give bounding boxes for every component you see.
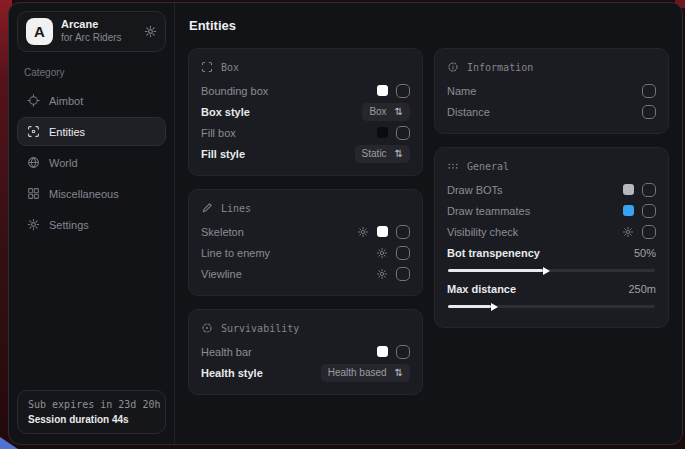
row-label: Draw BOTs — [447, 184, 503, 196]
brand-text: Arcane for Arc Riders — [61, 18, 122, 44]
visibility-config-gear-icon[interactable] — [622, 226, 634, 238]
row-distance: Distance — [447, 101, 656, 122]
dropdown-value: Box — [369, 106, 386, 117]
distance-checkbox[interactable] — [642, 105, 656, 119]
left-column: Box Bounding box Box style Box — [188, 48, 423, 395]
row-label: Health style — [201, 367, 263, 379]
max-distance-slider[interactable] — [448, 305, 655, 308]
row-bounding-box: Bounding box — [201, 80, 410, 101]
row-label: Name — [447, 85, 476, 97]
main-content: Entities Box Bounding box — [175, 3, 682, 444]
sidebar-item-label: Entities — [49, 126, 85, 138]
sidebar-item-entities[interactable]: Entities — [17, 117, 166, 146]
row-box-style: Box style Box ⇅ — [201, 101, 410, 122]
row-name: Name — [447, 80, 656, 101]
row-skeleton: Skeleton — [201, 221, 410, 242]
visibility-check-checkbox[interactable] — [642, 225, 656, 239]
viewline-config-gear-icon[interactable] — [376, 268, 388, 280]
scan-icon — [27, 125, 40, 138]
slider-value: 50% — [634, 247, 656, 259]
page-title: Entities — [189, 18, 669, 33]
panel-box-header: Box — [201, 61, 410, 73]
panel-title: General — [467, 161, 509, 172]
color-swatch[interactable] — [377, 85, 388, 96]
box-style-dropdown[interactable]: Box ⇅ — [362, 103, 410, 121]
settings-gear-icon[interactable] — [144, 25, 157, 38]
sidebar-item-settings[interactable]: Settings — [17, 210, 166, 239]
name-checkbox[interactable] — [642, 84, 656, 98]
color-swatch[interactable] — [377, 346, 388, 357]
row-health-style: Health style Health based ⇅ — [201, 362, 410, 383]
skeleton-config-gear-icon[interactable] — [357, 226, 369, 238]
right-column: Information Name Distance — [434, 48, 669, 328]
sidebar-item-miscellaneous[interactable]: Miscellaneous — [17, 179, 166, 208]
arcane-overlay-window: A Arcane for Arc Riders Category Aimbot — [8, 2, 683, 445]
color-swatch[interactable] — [623, 205, 634, 216]
app-logo: A — [26, 18, 53, 45]
row-draw-bots: Draw BOTs — [447, 179, 656, 200]
sidebar-item-aimbot[interactable]: Aimbot — [17, 86, 166, 115]
app-subtitle: for Arc Riders — [61, 32, 122, 45]
row-label: Line to enemy — [201, 247, 270, 259]
row-label: Health bar — [201, 346, 252, 358]
gear-icon — [27, 218, 40, 231]
slider-value: 250m — [628, 283, 656, 295]
fill-box-checkbox[interactable] — [396, 126, 410, 140]
row-label: Skeleton — [201, 226, 244, 238]
health-bar-checkbox[interactable] — [396, 345, 410, 359]
sidebar-item-label: Aimbot — [49, 95, 83, 107]
row-label: Draw teammates — [447, 205, 530, 217]
row-label: Bot transpenency — [447, 247, 540, 259]
bot-transparency-slider[interactable] — [448, 269, 655, 272]
panel-information: Information Name Distance — [434, 48, 669, 134]
sub-expiry-text: Sub expires in 23d 20h — [28, 399, 155, 410]
row-fill-box: Fill box — [201, 122, 410, 143]
panel-general-header: General — [447, 160, 656, 172]
viewline-checkbox[interactable] — [396, 267, 410, 281]
updown-arrows-icon: ⇅ — [395, 107, 403, 117]
row-label: Viewline — [201, 268, 242, 280]
crosshair-icon — [27, 94, 40, 107]
row-label: Visibility check — [447, 226, 518, 238]
row-viewline: Viewline — [201, 263, 410, 284]
grid-icon — [27, 187, 40, 200]
fill-style-dropdown[interactable]: Static ⇅ — [355, 145, 410, 163]
row-label: Max distance — [447, 283, 516, 295]
dropdown-value: Static — [362, 148, 387, 159]
line-to-enemy-config-gear-icon[interactable] — [376, 247, 388, 259]
updown-arrows-icon: ⇅ — [395, 368, 403, 378]
panel-information-header: Information — [447, 61, 656, 73]
row-visibility-check: Visibility check — [447, 221, 656, 242]
row-draw-teammates: Draw teammates — [447, 200, 656, 221]
row-health-bar: Health bar — [201, 341, 410, 362]
dropdown-value: Health based — [328, 367, 387, 378]
color-swatch[interactable] — [377, 226, 388, 237]
draw-teammates-checkbox[interactable] — [642, 204, 656, 218]
panel-title: Survivability — [221, 323, 299, 334]
sidebar-item-label: Miscellaneous — [49, 188, 119, 200]
panel-title: Information — [467, 62, 533, 73]
color-swatch[interactable] — [377, 127, 388, 138]
row-line-to-enemy: Line to enemy — [201, 242, 410, 263]
sidebar-item-world[interactable]: World — [17, 148, 166, 177]
health-style-dropdown[interactable]: Health based ⇅ — [321, 364, 410, 382]
row-label: Fill style — [201, 148, 245, 160]
row-label: Bounding box — [201, 85, 268, 97]
pencil-icon — [201, 202, 213, 214]
row-label: Box style — [201, 106, 250, 118]
line-to-enemy-checkbox[interactable] — [396, 246, 410, 260]
app-name: Arcane — [61, 18, 122, 32]
panel-title: Box — [221, 62, 239, 73]
panel-general: General Draw BOTs Draw teammates — [434, 147, 669, 328]
skeleton-checkbox[interactable] — [396, 225, 410, 239]
session-duration-text: Session duration 44s — [28, 414, 155, 425]
panel-box: Box Bounding box Box style Box — [188, 48, 423, 176]
bounding-box-checkbox[interactable] — [396, 84, 410, 98]
panel-survivability: Survivability Health bar Health style — [188, 309, 423, 395]
panel-survivability-header: Survivability — [201, 322, 410, 334]
color-swatch[interactable] — [623, 184, 634, 195]
row-fill-style: Fill style Static ⇅ — [201, 143, 410, 164]
draw-bots-checkbox[interactable] — [642, 183, 656, 197]
sidebar: A Arcane for Arc Riders Category Aimbot — [9, 3, 175, 444]
dots-grid-icon — [447, 160, 459, 172]
